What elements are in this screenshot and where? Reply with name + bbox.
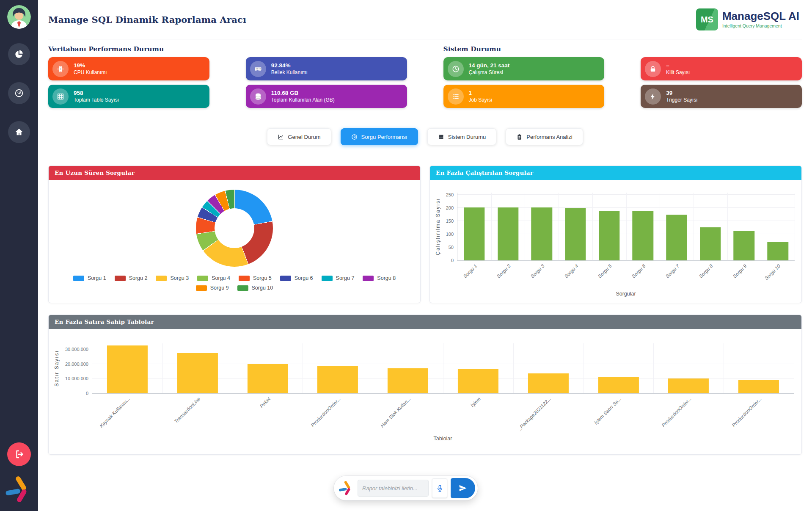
bar	[177, 353, 218, 393]
x-tick-label: ProductionOrder...	[661, 396, 692, 428]
user-avatar-image	[7, 5, 31, 29]
home-icon	[14, 127, 24, 137]
donut-chart	[196, 190, 273, 267]
tab-sistem-durumu[interactable]: Sistem Durumu	[427, 128, 497, 145]
database-icon	[250, 88, 266, 105]
cpu-chip-icon	[52, 61, 69, 77]
legend-item: Sorgu 6	[280, 275, 313, 281]
bar	[464, 207, 484, 260]
legend-item: Sorgu 10	[237, 285, 273, 291]
sidebar-nav	[8, 29, 30, 143]
x-tick-label: İşlem Satırı Se...	[593, 396, 622, 425]
bar	[700, 227, 721, 260]
mic-button[interactable]	[432, 478, 447, 498]
x-tick-label: Ham Stok Kullan...	[380, 396, 412, 428]
sidebar-item-pie-chart[interactable]	[8, 43, 30, 65]
stat-card-text: 14 gün, 21 saatÇalışma Süresi	[469, 62, 510, 75]
legend-swatch	[73, 276, 84, 281]
logo-badge: MS	[696, 8, 718, 30]
speedometer-icon	[14, 88, 24, 98]
stat-label: Toplam Tablo Sayısı	[74, 97, 119, 103]
logout-button[interactable]	[7, 442, 31, 466]
tab-genel-durum[interactable]: Genel Durum	[267, 128, 331, 145]
bar	[388, 368, 428, 393]
clipboard-icon	[516, 134, 523, 140]
y-tick-label: 30.000.000	[65, 347, 88, 352]
report-request-input[interactable]	[358, 480, 429, 497]
bar	[599, 211, 619, 260]
sidebar-item-home[interactable]	[8, 121, 30, 143]
panel-longest-queries: En Uzun Süren Sorgular Sorgu 1Sorgu 2Sor…	[48, 166, 421, 303]
stat-card-text: 19%CPU Kullanımı	[74, 62, 107, 75]
grid-line	[592, 193, 593, 260]
table-icon	[52, 88, 69, 105]
plot-area: 050100150200250Sorgu 1Sorgu 2Sorgu 3Sorg…	[457, 193, 795, 261]
section-title-system: Sistem Durumu	[443, 45, 802, 53]
grid-line	[525, 193, 525, 260]
grid-line	[626, 193, 627, 260]
sidebar-item-speedometer[interactable]	[8, 82, 30, 104]
charts-row: En Uzun Süren Sorgular Sorgu 1Sorgu 2Sor…	[48, 166, 802, 303]
stat-label: Bellek Kullanımı	[271, 69, 308, 75]
y-tick-label: 150	[446, 218, 454, 224]
legend-swatch	[237, 285, 248, 291]
stat-cards-grid: Veritabanı Performans Durumu Sistem Duru…	[48, 45, 802, 108]
grid-line	[795, 193, 795, 260]
grid-line	[727, 193, 728, 260]
avatar[interactable]	[7, 5, 31, 29]
largest-tables-bar-chart: 010.000.00020.000.00030.000.000Kaynak Ku…	[49, 329, 801, 455]
app-logo: MS ManageSQL AI Intelligent Query Manage…	[696, 8, 799, 30]
grid-line	[724, 343, 724, 393]
legend-label: Sorgu 3	[170, 275, 189, 281]
y-axis-title: Satır Sayısı	[54, 350, 60, 387]
panel-title-longest-queries: En Uzun Süren Sorgular	[49, 166, 420, 180]
panel-title-largest-tables: En Fazla Satıra Sahip Tablolar	[49, 315, 801, 329]
x-tick-label: ProductionOrder...	[310, 396, 341, 428]
view-tabs: Genel DurumSorgu PerformansıSistem Durum…	[48, 128, 802, 145]
y-axis-title: Çalıştırılma Sayısı	[435, 198, 441, 255]
stat-card: 14 gün, 21 saatÇalışma Süresi	[443, 57, 605, 80]
chat-bar	[334, 476, 478, 500]
grid-line	[653, 343, 654, 393]
legend-label: Sorgu 10	[252, 285, 273, 291]
executed-queries-bar-chart: 050100150200250Sorgu 1Sorgu 2Sorgu 3Sorg…	[430, 180, 801, 303]
legend-item: Sorgu 3	[156, 275, 189, 281]
memory-icon	[250, 61, 266, 77]
x-tick-label: Sorgu 7	[665, 263, 680, 279]
stat-value: 958	[74, 90, 119, 96]
send-button[interactable]	[451, 478, 475, 498]
stat-card: 39Trigger Sayısı	[641, 85, 802, 108]
stat-value: 14 gün, 21 saat	[469, 62, 510, 69]
stat-value: 92.84%	[271, 62, 308, 69]
y-tick-label: 20.000.000	[65, 362, 88, 367]
x-tick-label: Sorgu 5	[597, 263, 613, 279]
panel-largest-tables: En Fazla Satıra Sahip Tablolar 010.000.0…	[48, 315, 802, 455]
legend-swatch	[322, 276, 333, 281]
grid-line	[233, 343, 233, 393]
brand-triangle-logo	[4, 475, 34, 506]
logo-name: ManageSQL AI	[722, 11, 799, 22]
lock-icon	[645, 61, 661, 77]
x-tick-label: İşlem	[470, 396, 482, 408]
x-tick-label: Sorgu 10	[764, 263, 781, 281]
stat-card-text: 92.84%Bellek Kullanımı	[271, 62, 308, 75]
x-tick-label: ProductionOrder...	[731, 396, 762, 428]
x-tick-label: Sorgu 4	[563, 263, 579, 279]
legend-item: Sorgu 4	[197, 275, 230, 281]
stat-card: 19%CPU Kullanımı	[48, 57, 209, 80]
bar	[565, 208, 586, 260]
x-tick-label: Sorgu 1	[462, 263, 478, 279]
panel-title-most-executed: En Fazla Çalıştırılan Sorgular	[430, 166, 801, 180]
grid-line	[373, 343, 373, 393]
clock-icon	[448, 61, 464, 77]
stat-card-text: 39Trigger Sayısı	[666, 90, 697, 103]
grid-line	[559, 193, 559, 260]
bar	[458, 369, 498, 393]
tab-sorgu-performansı[interactable]: Sorgu Performansı	[341, 128, 418, 145]
plot-area: 010.000.00020.000.00030.000.000Kaynak Ku…	[92, 343, 794, 394]
tab-performans-analizi[interactable]: Performans Analizi	[506, 128, 583, 145]
section-title-database: Veritabanı Performans Durumu	[48, 45, 407, 53]
x-axis-title: Tablolar	[92, 436, 794, 442]
legend-item: Sorgu 5	[239, 275, 272, 281]
bar	[734, 231, 754, 260]
